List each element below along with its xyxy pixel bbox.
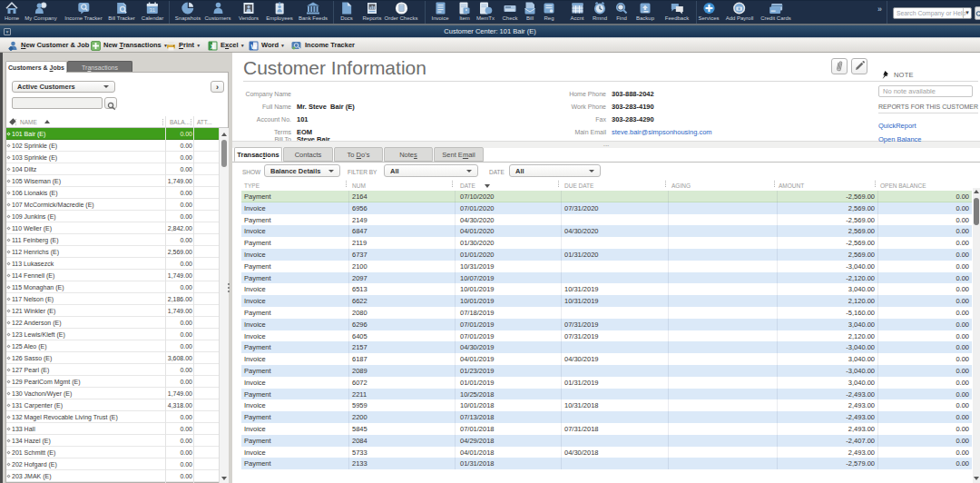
svg-text:X: X	[211, 44, 215, 50]
svg-text:31: 31	[150, 7, 156, 13]
svg-text:W: W	[251, 44, 258, 50]
